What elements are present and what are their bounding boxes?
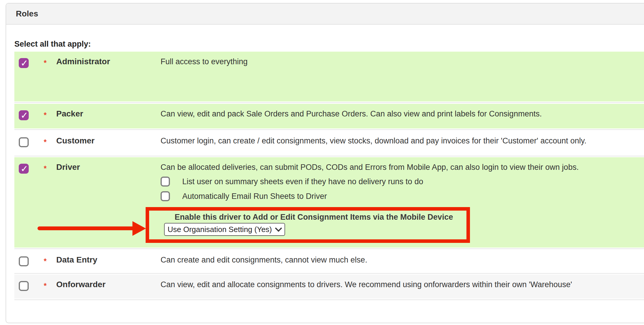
highlight-box: Enable this driver to Add or Edit Consig… [146, 207, 470, 243]
required-asterisk: * [42, 138, 48, 146]
required-asterisk: * [42, 164, 48, 173]
required-asterisk: * [42, 282, 48, 290]
role-row-data-entry: * Data Entry Can create and edit consign… [14, 250, 644, 272]
page: Roles Select all that apply: * Administr… [0, 0, 644, 325]
role-row-driver: * Driver Can be allocated deliveries, ca… [14, 157, 644, 248]
annotation-arrow-shaft [38, 226, 135, 230]
role-description: Customer login, can create / edit consig… [161, 136, 644, 145]
sub-option-checkbox-email-run-sheets[interactable] [161, 191, 170, 201]
roles-panel-header: Roles [6, 4, 644, 25]
page-title: Roles [16, 9, 38, 18]
sub-option-label: Automatically Email Run Sheets to Driver [182, 192, 327, 201]
roles-panel: Roles Select all that apply: * Administr… [6, 3, 644, 323]
row-divider [14, 102, 644, 103]
role-description-block: Can be allocated deliveries, can submit … [161, 162, 644, 243]
mobile-device-setting-label: Enable this driver to Add or Edit Consig… [175, 212, 466, 222]
role-name: Administrator [56, 57, 161, 66]
role-checkbox-driver[interactable] [19, 164, 29, 174]
row-divider [14, 248, 644, 249]
role-row-onforwarder: * Onforwarder Can view, edit and allocat… [14, 275, 644, 299]
role-checkbox-administrator[interactable] [19, 58, 29, 68]
sub-option-label: List user on summary sheets even if they… [182, 177, 423, 186]
required-asterisk: * [42, 111, 48, 119]
role-name: Data Entry [56, 255, 161, 265]
select-value: Use Organisation Setting (Yes) [168, 225, 272, 234]
role-description: Can be allocated deliveries, can submit … [161, 162, 644, 172]
sub-option-checkbox-summary-sheets[interactable] [161, 177, 170, 187]
role-name: Packer [56, 109, 161, 119]
role-name: Driver [56, 162, 161, 172]
roles-panel-body: Select all that apply: * Administrator F… [6, 25, 644, 300]
role-description: Can create and edit consignments, cannot… [161, 255, 644, 265]
driver-sub-option-email-run-sheets: Automatically Email Run Sheets to Driver [161, 191, 644, 201]
role-checkbox-customer[interactable] [19, 137, 29, 147]
driver-sub-option-summary-sheets: List user on summary sheets even if they… [161, 177, 644, 187]
role-row-customer: * Customer Customer login, can create / … [14, 131, 644, 155]
role-name: Onforwarder [56, 280, 161, 289]
role-checkbox-data-entry[interactable] [19, 256, 29, 266]
role-row-administrator: * Administrator Full access to everythin… [14, 52, 644, 101]
role-description: Can view, edit and pack Sale Orders and … [161, 109, 644, 119]
role-description: Full access to everything [161, 57, 644, 66]
required-asterisk: * [42, 257, 48, 265]
mobile-device-select[interactable]: Use Organisation Setting (Yes) [164, 223, 285, 236]
role-description: Can view, edit and allocate consignments… [161, 280, 644, 289]
row-divider [14, 273, 644, 274]
role-row-packer: * Packer Can view, edit and pack Sale Or… [14, 104, 644, 128]
required-asterisk: * [42, 59, 48, 67]
row-divider [14, 299, 644, 300]
annotation-arrow-head [132, 221, 146, 236]
row-divider [14, 129, 644, 130]
chevron-down-icon [275, 225, 282, 232]
select-all-label: Select all that apply: [14, 39, 644, 49]
role-checkbox-onforwarder[interactable] [19, 281, 29, 291]
role-checkbox-packer[interactable] [19, 110, 29, 120]
row-divider [14, 156, 644, 156]
role-name: Customer [56, 136, 161, 145]
